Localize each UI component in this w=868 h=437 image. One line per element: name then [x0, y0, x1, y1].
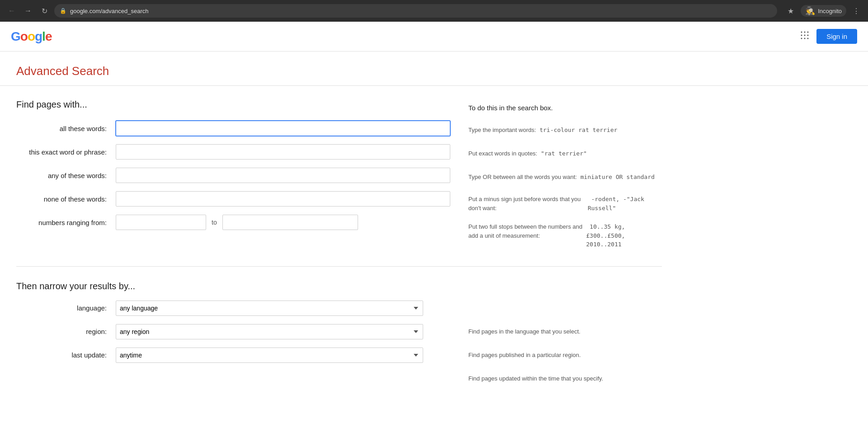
language-select-wrapper: any language English French German Spani…: [116, 301, 423, 316]
last-update-row: last update: anytime past 24 hours past …: [16, 348, 450, 363]
narrow-language-row: language: any language English French Ge…: [16, 301, 662, 395]
svg-point-2: [807, 32, 809, 33]
hint-all-words: Type the important words: tri-colour rat…: [468, 122, 662, 138]
forward-button[interactable]: →: [22, 5, 34, 17]
hint-all-words-mono: tri-colour rat terrier: [536, 126, 618, 135]
page-wrapper: Google Sign in Advanced Search: [0, 22, 868, 437]
all-words-row: all these words:: [16, 121, 450, 136]
narrow-hints: Find pages in the language that you sele…: [450, 301, 662, 395]
range-separator: to: [206, 219, 222, 226]
any-words-label: any of these words:: [16, 172, 116, 179]
language-row: language: any language English French Ge…: [16, 301, 450, 316]
hint-any-words: Type OR between all the words you want: …: [468, 169, 662, 185]
header-right: Sign in: [800, 29, 857, 44]
last-update-select[interactable]: anytime past 24 hours past week past mon…: [116, 348, 423, 363]
all-words-label: all these words:: [16, 125, 116, 132]
svg-point-4: [804, 35, 806, 36]
range-to-input[interactable]: [222, 215, 358, 230]
browser-actions: ★ 🕵 Incognito ⋮: [784, 5, 863, 17]
exact-phrase-row: this exact word or phrase:: [16, 144, 450, 160]
hint-none-words: Put a minus sign just before words that …: [468, 193, 662, 212]
google-logo: Google: [11, 29, 52, 44]
all-words-input-wrapper: [116, 121, 450, 136]
form-hints: To do this in the search box. Type the i…: [450, 99, 662, 257]
hint-any-words-mono: miniature OR standard: [577, 173, 655, 182]
region-select[interactable]: any region United Kingdom United States: [116, 324, 423, 339]
more-button[interactable]: ⋮: [850, 5, 863, 17]
find-section-label: Find pages with...: [16, 99, 450, 110]
none-words-label: none of these words:: [16, 195, 116, 203]
range-row: numbers ranging from: to: [16, 215, 450, 230]
narrow-section: Then narrow your results by... language:…: [16, 281, 662, 395]
svg-point-6: [801, 38, 802, 39]
svg-point-0: [801, 32, 802, 33]
region-label: region:: [16, 328, 116, 335]
form-fields: Find pages with... all these words: this…: [16, 99, 450, 257]
page-title: Advanced Search: [16, 64, 857, 78]
none-words-row: none of these words:: [16, 191, 450, 207]
svg-point-3: [801, 35, 802, 36]
address-bar[interactable]: 🔒 google.com/advanced_search: [54, 4, 777, 18]
any-words-input-wrapper: [116, 168, 450, 183]
any-words-row: any of these words:: [16, 168, 450, 183]
bookmark-button[interactable]: ★: [784, 5, 797, 17]
region-select-wrapper: any region United Kingdom United States: [116, 324, 423, 339]
hint-range: Put two full stops between the numbers a…: [468, 221, 662, 249]
svg-point-7: [804, 38, 806, 39]
narrow-section-label: Then narrow your results by...: [16, 281, 662, 291]
range-label: numbers ranging from:: [16, 219, 116, 226]
region-row: region: any region United Kingdom United…: [16, 324, 450, 339]
find-pages-section: Find pages with... all these words: this…: [16, 99, 662, 257]
none-words-input-wrapper: [116, 191, 450, 207]
hint-language: Find pages in the language that you sele…: [468, 324, 662, 339]
hint-last-update: Find pages updated within the time that …: [468, 371, 662, 386]
last-update-label: last update:: [16, 351, 116, 359]
incognito-label: Incognito: [818, 8, 842, 14]
range-inputs: to: [116, 215, 358, 230]
svg-point-8: [807, 38, 809, 39]
narrow-language-fields: language: any language English French Ge…: [16, 301, 450, 395]
browser-chrome: ← → ↻ 🔒 google.com/advanced_search ★ 🕵 I…: [0, 0, 868, 22]
exact-phrase-label: this exact word or phrase:: [16, 148, 116, 156]
svg-point-5: [807, 35, 809, 36]
reload-button[interactable]: ↻: [38, 5, 51, 17]
page-header: Google Sign in: [0, 22, 868, 52]
svg-point-1: [804, 32, 806, 33]
hint-exact-phrase-mono: "rat terrier": [537, 149, 587, 158]
page-title-section: Advanced Search: [0, 52, 868, 86]
section-divider: [16, 266, 662, 267]
any-words-input[interactable]: [116, 168, 450, 183]
range-from-input[interactable]: [116, 215, 206, 230]
language-label: language:: [16, 304, 116, 312]
hint-none-words-mono: -rodent, -"Jack Russell": [588, 195, 662, 212]
sign-in-button[interactable]: Sign in: [816, 29, 857, 44]
lock-icon: 🔒: [60, 8, 66, 14]
hint-region: Find pages published in a particular reg…: [468, 348, 662, 363]
hint-header: To do this in the search box.: [468, 104, 662, 112]
apps-grid-icon[interactable]: [800, 31, 809, 42]
address-text: google.com/advanced_search: [70, 8, 148, 14]
hint-exact-phrase: Put exact words in quotes: "rat terrier": [468, 146, 662, 161]
main-content: Find pages with... all these words: this…: [0, 86, 678, 408]
none-words-input[interactable]: [116, 191, 450, 207]
all-words-input[interactable]: [116, 121, 450, 136]
language-select[interactable]: any language English French German Spani…: [116, 301, 423, 316]
incognito-badge: 🕵 Incognito: [801, 5, 846, 17]
back-button[interactable]: ←: [5, 5, 18, 17]
last-update-select-wrapper: anytime past 24 hours past week past mon…: [116, 348, 423, 363]
exact-phrase-input[interactable]: [116, 144, 450, 160]
hint-range-mono: 10..35 kg, £300..£500, 2010..2011: [586, 222, 662, 249]
incognito-icon: 🕵: [805, 6, 815, 16]
exact-phrase-input-wrapper: [116, 144, 450, 160]
